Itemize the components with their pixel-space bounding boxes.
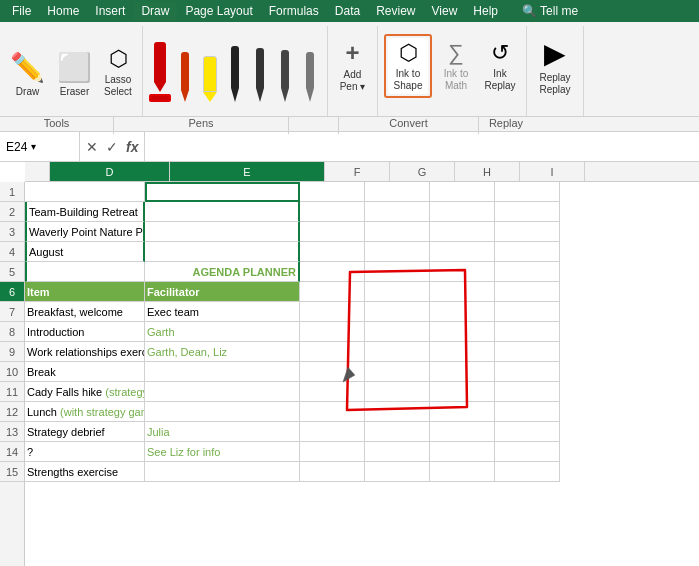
cell-h14[interactable]	[430, 442, 495, 462]
ink-to-math-button[interactable]: ∑ Ink to Math	[436, 38, 476, 94]
cell-i10[interactable]	[495, 362, 560, 382]
cell-i9[interactable]	[495, 342, 560, 362]
replay-button[interactable]: ▶ Replay Replay	[533, 35, 577, 98]
cell-g10[interactable]	[365, 362, 430, 382]
ink-to-shape-button[interactable]: ⬡ Ink to Shape	[384, 34, 432, 98]
cell-e4[interactable]	[145, 242, 300, 262]
cell-e12[interactable]	[145, 402, 300, 422]
cell-d15[interactable]: Strengths exercise	[25, 462, 145, 482]
cell-e9[interactable]: Garth, Dean, Liz	[145, 342, 300, 362]
cell-h6[interactable]	[430, 282, 495, 302]
row-header-12[interactable]: 12	[0, 402, 24, 422]
cell-i14[interactable]	[495, 442, 560, 462]
cell-h10[interactable]	[430, 362, 495, 382]
cell-g1[interactable]	[365, 182, 430, 202]
cell-f15[interactable]	[300, 462, 365, 482]
cell-d5[interactable]	[25, 262, 145, 282]
col-header-f[interactable]: F	[325, 162, 390, 181]
row-header-10[interactable]: 10	[0, 362, 24, 382]
cell-e2[interactable]	[145, 202, 300, 222]
row-header-1[interactable]: 1	[0, 182, 24, 202]
menu-view[interactable]: View	[424, 2, 466, 20]
row-header-13[interactable]: 13	[0, 422, 24, 442]
cell-e13[interactable]: Julia	[145, 422, 300, 442]
cell-g14[interactable]	[365, 442, 430, 462]
row-header-4[interactable]: 4	[0, 242, 24, 262]
cell-reference[interactable]: E24 ▾	[0, 132, 80, 161]
cell-i12[interactable]	[495, 402, 560, 422]
cell-f3[interactable]	[300, 222, 365, 242]
row-header-8[interactable]: 8	[0, 322, 24, 342]
col-header-blank[interactable]	[25, 162, 50, 181]
cell-g2[interactable]	[365, 202, 430, 222]
row-header-5[interactable]: 5	[0, 262, 24, 282]
col-header-i[interactable]: I	[520, 162, 585, 181]
cell-g9[interactable]	[365, 342, 430, 362]
pen-yellow[interactable]	[199, 56, 221, 102]
cell-i8[interactable]	[495, 322, 560, 342]
pen-black2[interactable]	[249, 48, 271, 102]
cell-f7[interactable]	[300, 302, 365, 322]
cell-h3[interactable]	[430, 222, 495, 242]
cell-e10[interactable]	[145, 362, 300, 382]
cell-i13[interactable]	[495, 422, 560, 442]
cancel-icon[interactable]: ✕	[84, 139, 100, 155]
menu-review[interactable]: Review	[368, 2, 423, 20]
col-header-d[interactable]: D	[50, 162, 170, 181]
cell-g5[interactable]	[365, 262, 430, 282]
row-header-6[interactable]: 6	[0, 282, 24, 302]
cell-f12[interactable]	[300, 402, 365, 422]
cell-d10[interactable]: Break	[25, 362, 145, 382]
cell-d6[interactable]: Item	[25, 282, 145, 302]
menu-insert[interactable]: Insert	[87, 2, 133, 20]
menu-tell-me[interactable]: 🔍 Tell me	[514, 2, 586, 20]
cell-g7[interactable]	[365, 302, 430, 322]
cell-e1[interactable]	[145, 182, 300, 202]
cell-g11[interactable]	[365, 382, 430, 402]
menu-file[interactable]: File	[4, 2, 39, 20]
cell-h15[interactable]	[430, 462, 495, 482]
cell-f1[interactable]	[300, 182, 365, 202]
cell-d11[interactable]: Cady Falls hike (strategy game?)	[25, 382, 145, 402]
pen-gray[interactable]	[299, 52, 321, 102]
cell-i1[interactable]	[495, 182, 560, 202]
cell-e14[interactable]: See Liz for info	[145, 442, 300, 462]
cell-f8[interactable]	[300, 322, 365, 342]
cell-e8[interactable]: Garth	[145, 322, 300, 342]
cell-h13[interactable]	[430, 422, 495, 442]
cell-d7[interactable]: Breakfast, welcome	[25, 302, 145, 322]
cell-e5[interactable]: AGENDA PLANNER	[145, 262, 300, 282]
cell-g8[interactable]	[365, 322, 430, 342]
lasso-select-button[interactable]: ⬡ Lasso Select	[100, 42, 136, 102]
cell-g12[interactable]	[365, 402, 430, 422]
row-header-3[interactable]: 3	[0, 222, 24, 242]
cell-d14[interactable]: ?	[25, 442, 145, 462]
cell-d9[interactable]: Work relationships exercise	[25, 342, 145, 362]
pen-black3[interactable]	[274, 50, 296, 102]
menu-help[interactable]: Help	[465, 2, 506, 20]
menu-page-layout[interactable]: Page Layout	[177, 2, 260, 20]
cell-h5[interactable]	[430, 262, 495, 282]
row-header-7[interactable]: 7	[0, 302, 24, 322]
add-pen-button[interactable]: + Add Pen ▾	[335, 37, 371, 95]
cell-h9[interactable]	[430, 342, 495, 362]
cell-i7[interactable]	[495, 302, 560, 322]
cell-e11[interactable]	[145, 382, 300, 402]
pen-red[interactable]	[149, 42, 171, 102]
row-header-14[interactable]: 14	[0, 442, 24, 462]
eraser-button[interactable]: ⬜ Eraser	[53, 47, 96, 102]
confirm-icon[interactable]: ✓	[104, 139, 120, 155]
cell-f4[interactable]	[300, 242, 365, 262]
cell-h11[interactable]	[430, 382, 495, 402]
cell-i2[interactable]	[495, 202, 560, 222]
cell-h4[interactable]	[430, 242, 495, 262]
cell-g3[interactable]	[365, 222, 430, 242]
cell-i3[interactable]	[495, 222, 560, 242]
cell-f14[interactable]	[300, 442, 365, 462]
cell-d8[interactable]: Introduction	[25, 322, 145, 342]
menu-draw[interactable]: Draw	[133, 2, 177, 20]
cell-d12[interactable]: Lunch (with strategy game team)	[25, 402, 145, 422]
ink-replay-button[interactable]: ↺ Ink Replay	[480, 38, 520, 94]
cell-f9[interactable]	[300, 342, 365, 362]
cell-i4[interactable]	[495, 242, 560, 262]
